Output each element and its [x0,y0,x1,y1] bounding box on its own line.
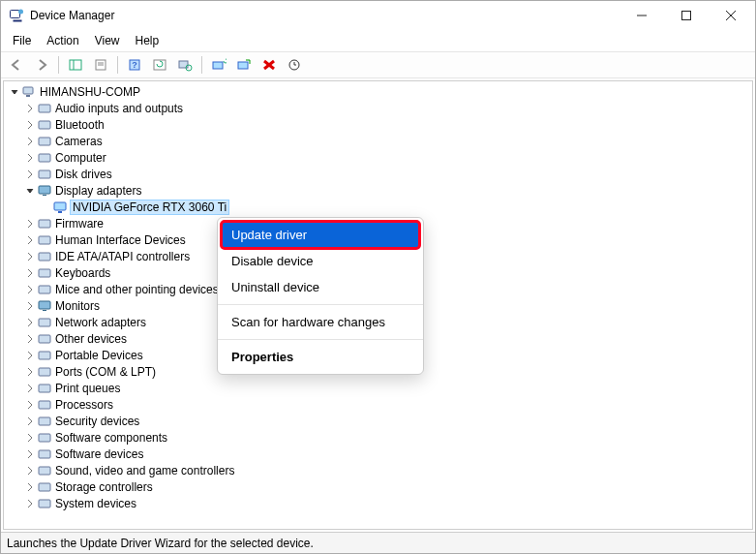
expander-icon[interactable] [23,332,37,346]
tree-item-label: Storage controllers [55,480,153,494]
tree-root-node[interactable]: HIMANSHU-COMP [8,83,752,100]
expander-icon[interactable] [23,365,37,379]
svg-rect-0 [11,11,20,18]
toolbar-separator [58,56,59,74]
svg-rect-51 [39,500,50,508]
device-category-icon [37,265,52,281]
tree-item[interactable]: Audio inputs and outputs [8,100,752,116]
svg-rect-29 [39,186,50,194]
tree-item-label: Audio inputs and outputs [55,102,183,115]
device-category-icon [37,479,52,495]
tree-item[interactable]: Processors [8,396,752,413]
ctx-properties[interactable]: Properties [218,344,423,370]
help-button[interactable]: ? [123,54,146,76]
expander-icon[interactable] [23,447,37,461]
svg-rect-26 [39,138,50,145]
expander-icon[interactable] [23,184,37,198]
expander-icon[interactable] [23,415,37,428]
expander-icon[interactable] [23,266,37,280]
ctx-separator [218,304,423,305]
tree-item[interactable]: Cameras [8,133,752,149]
expander-icon[interactable] [23,283,37,296]
device-category-icon [37,117,52,133]
svg-rect-42 [39,352,50,359]
tree-item[interactable]: Software components [8,429,752,446]
device-category-icon [37,216,52,231]
tree-item-label: Keyboards [55,266,110,280]
expander-icon[interactable] [23,102,37,115]
update-driver-button[interactable] [207,54,230,76]
expander-icon[interactable] [23,250,37,263]
context-menu: Update driver Disable device Uninstall d… [217,217,424,375]
ctx-disable-device[interactable]: Disable device [218,248,423,274]
expander-icon[interactable] [23,118,37,132]
tree-item-label: Cameras [55,135,103,148]
close-button[interactable] [709,1,753,30]
expander-icon[interactable] [23,464,37,477]
tree-item[interactable]: Print queues [8,380,752,396]
expander-icon[interactable] [23,135,37,148]
tree-item-label: Print queues [55,382,120,395]
tree-item[interactable]: Disk drives [8,166,752,182]
ctx-separator [218,339,423,340]
expander-icon[interactable] [23,233,37,247]
expander-icon[interactable] [23,151,37,165]
maximize-button[interactable] [664,1,709,30]
menu-action[interactable]: Action [41,32,84,49]
menu-file[interactable]: File [7,32,37,49]
tree-item[interactable]: Storage controllers [8,478,752,495]
svg-rect-47 [39,434,50,442]
back-button[interactable] [5,54,28,76]
expander-icon[interactable] [23,316,37,329]
expander-icon[interactable] [23,398,37,412]
tree-item-label: Firmware [55,217,104,231]
expander-icon[interactable] [23,349,37,362]
tree-item-label: Security devices [55,415,139,428]
ctx-uninstall-device[interactable]: Uninstall device [218,274,423,300]
uninstall-device-button[interactable] [257,54,281,76]
refresh-button[interactable] [148,54,171,76]
menu-view[interactable]: View [89,32,126,49]
svg-text:?: ? [132,60,137,70]
expander-icon[interactable] [23,480,37,494]
svg-rect-44 [39,385,50,392]
tree-item[interactable]: Bluetooth [8,116,752,133]
menu-help[interactable]: Help [130,32,166,49]
scan-hardware-button[interactable] [173,54,197,76]
ctx-update-driver[interactable]: Update driver [222,222,419,248]
forward-button[interactable] [30,54,53,76]
disable-device-button[interactable] [283,54,306,76]
tree-child-item[interactable]: NVIDIA GeForce RTX 3060 Ti [8,199,752,215]
tree-item[interactable]: System devices [8,495,752,511]
svg-rect-38 [39,301,50,309]
svg-rect-1 [14,20,22,22]
show-hide-pane-button[interactable] [64,54,87,76]
device-category-icon [37,446,52,462]
properties-button[interactable] [89,54,112,76]
tree-item[interactable]: Sound, video and game controllers [8,462,752,478]
minimize-button[interactable] [620,1,664,30]
expander-icon[interactable] [23,168,37,181]
expander-icon[interactable] [23,382,37,395]
tree-item[interactable]: Display adapters [8,182,752,199]
expander-icon[interactable] [8,85,21,99]
toolbar-separator [201,56,202,74]
toolbar-separator [117,56,118,74]
expander-icon[interactable] [23,431,37,445]
device-manager-window: Device Manager File Action View Help ? H… [0,0,756,554]
expander-icon[interactable] [23,299,37,313]
device-category-icon [37,331,52,347]
expander-icon[interactable] [23,217,37,231]
device-tree[interactable]: HIMANSHU-COMP Audio inputs and outputs B… [3,80,753,530]
ctx-scan-hardware[interactable]: Scan for hardware changes [218,309,423,335]
tree-item-label: Mice and other pointing devices [55,283,219,296]
tree-item[interactable]: Security devices [8,413,752,429]
expander-icon[interactable] [23,497,37,510]
tree-item[interactable]: Software devices [8,446,752,462]
tree-item[interactable]: Computer [8,149,752,166]
svg-rect-32 [58,211,62,213]
enable-device-button[interactable] [232,54,256,76]
tree-item-label: Ports (COM & LPT) [55,365,156,379]
device-category-icon [37,249,52,264]
device-category-icon [37,167,52,182]
